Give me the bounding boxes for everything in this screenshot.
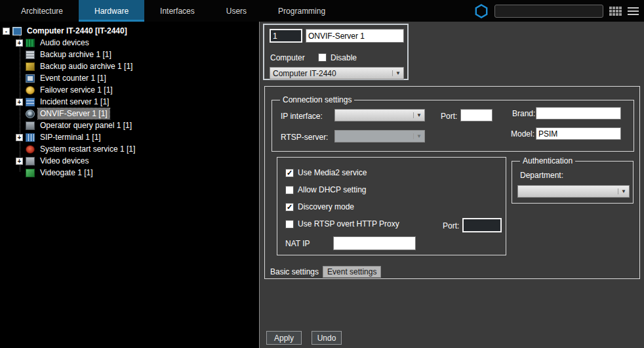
nat-ip-field[interactable] <box>333 236 416 250</box>
authentication-group: Authentication Department: ▼ <box>512 161 634 204</box>
event-counter-icon <box>26 74 35 83</box>
tree-item-video-devices[interactable]: + Video devices <box>0 155 259 167</box>
chevron-down-icon: ▼ <box>413 133 422 139</box>
tree-item-label: Audio devices <box>38 37 91 48</box>
apply-button[interactable]: Apply <box>266 331 302 345</box>
nav-tabs: ArchitectureHardwareInterfacesUsersProgr… <box>5 0 341 22</box>
nat-ip-label: NAT IP <box>285 239 310 248</box>
option-checkbox[interactable]: ✓ <box>285 203 294 211</box>
connection-settings-group: Connection settings IP interface: ▼ Port… <box>272 100 634 152</box>
tree-item-sip-terminal[interactable]: + SIP-terminal 1 [1] <box>0 131 259 143</box>
computer-label: Computer <box>270 53 305 62</box>
rtsp-server-select[interactable]: ▼ <box>334 130 425 142</box>
port-label: Port: <box>441 112 457 121</box>
option-checkbox[interactable] <box>285 220 294 228</box>
nav-tab-architecture[interactable]: Architecture <box>5 0 79 22</box>
proxy-port-field[interactable] <box>462 218 502 232</box>
nav-tab-users[interactable]: Users <box>211 0 262 22</box>
layout-grid-icon[interactable] <box>609 7 622 16</box>
ip-interface-select[interactable]: ▼ <box>334 109 425 121</box>
chevron-down-icon: ▼ <box>392 70 401 76</box>
settings-panel: Computer Disable Computer IT-2440 ▼ Conn… <box>259 22 644 348</box>
expand-toggle-icon[interactable]: + <box>16 134 23 141</box>
brand-field[interactable] <box>536 107 621 120</box>
tree-item-incident-server[interactable]: + Incident server 1 [1] <box>0 96 259 108</box>
port-field[interactable] <box>460 109 493 121</box>
disable-label: Disable <box>331 53 357 62</box>
chevron-down-icon: ▼ <box>413 112 422 118</box>
tree-item-computer[interactable]: - Computer IT-2440 [IT-2440] <box>0 25 259 37</box>
device-tree-children: + Audio devices Backup archive 1 [1] Bac… <box>0 37 259 179</box>
undo-button[interactable]: Undo <box>312 331 342 345</box>
object-name-field[interactable] <box>306 29 404 43</box>
tree-item-operator-query-panel[interactable]: Operator query panel 1 [1] <box>0 120 259 131</box>
tree-item-label: Event counter 1 [1] <box>38 73 108 83</box>
brand-label: Brand: <box>512 109 535 118</box>
option-label: Discovery mode <box>298 202 354 211</box>
tree-item-backup-archive[interactable]: Backup archive 1 [1] <box>0 49 259 60</box>
option-row: Allow DHCP setting <box>285 184 498 196</box>
disable-checkbox[interactable] <box>318 53 327 62</box>
expand-toggle-icon[interactable]: + <box>16 158 23 165</box>
proxy-port-label: Port: <box>443 221 459 230</box>
option-checkbox[interactable]: ✓ <box>285 169 294 177</box>
tab-event-settings[interactable]: Event settings <box>323 266 381 278</box>
expand-toggle-icon[interactable]: + <box>16 39 23 47</box>
tab-basic-settings[interactable]: Basic settings <box>266 266 323 277</box>
backup-archive-icon <box>26 51 35 59</box>
nav-tab-programming[interactable]: Programming <box>262 0 341 22</box>
object-id-field[interactable] <box>270 29 302 43</box>
option-checkbox[interactable] <box>285 186 294 194</box>
tree-item-failover-service[interactable]: Failover service 1 [1] <box>0 84 259 96</box>
incident-server-icon <box>26 98 35 106</box>
tree-item-backup-audio-archive[interactable]: Backup audio archive 1 [1] <box>0 60 259 72</box>
menu-icon[interactable] <box>628 7 639 15</box>
tree-item-audio-devices[interactable]: + Audio devices <box>0 37 259 49</box>
ip-interface-label: IP interface: <box>281 112 323 121</box>
computer-select[interactable]: Computer IT-2440 ▼ <box>270 67 404 79</box>
failover-service-icon <box>26 86 35 95</box>
topbar-right-cluster <box>474 0 644 22</box>
tree-item-label: Failover service 1 [1] <box>38 85 115 95</box>
tree-item-label: Video devices <box>38 156 91 166</box>
operator-query-panel-icon <box>26 121 35 130</box>
tree-item-onvif-server[interactable]: ONVIF-Server 1 [1] <box>0 108 259 120</box>
system-restart-service-icon <box>26 145 35 154</box>
authentication-title: Authentication <box>520 156 575 165</box>
audio-devices-icon <box>26 39 35 47</box>
chevron-down-icon: ▼ <box>618 188 626 194</box>
sip-terminal-icon <box>26 133 35 142</box>
tree-item-label: Backup audio archive 1 [1] <box>38 61 134 72</box>
identity-box: Computer Disable Computer IT-2440 ▼ <box>263 24 409 80</box>
tree-item-label: Videogate 1 [1] <box>38 167 95 178</box>
tree-item-system-restart-service[interactable]: System restart service 1 [1] <box>0 143 259 155</box>
nav-tab-hardware[interactable]: Hardware <box>79 0 144 22</box>
tree-item-event-counter[interactable]: Event counter 1 [1] <box>0 72 259 84</box>
tree-item-label: SIP-terminal 1 [1] <box>38 132 103 142</box>
tree-item-label: Operator query panel 1 [1] <box>38 120 134 131</box>
top-navigation-bar: ArchitectureHardwareInterfacesUsersProgr… <box>0 0 644 22</box>
collapse-toggle-icon[interactable]: - <box>3 28 10 35</box>
backup-audio-archive-icon <box>26 62 35 71</box>
tree-item-label: System restart service 1 [1] <box>38 144 137 154</box>
option-label: Use Media2 service <box>298 168 367 177</box>
search-input[interactable] <box>494 5 603 18</box>
tree-item-videogate[interactable]: Videogate 1 [1] <box>0 167 259 179</box>
page-tabs: Basic settingsEvent settings <box>266 266 381 278</box>
device-tree: - Computer IT-2440 [IT-2440] + Audio dev… <box>0 22 259 348</box>
option-label: Use RTSP overt HTTP Proxy <box>298 219 399 228</box>
hexagon-logo-icon <box>474 4 489 18</box>
department-select[interactable]: ▼ <box>517 185 630 198</box>
onvif-options-box: ✓ Use Media2 service Allow DHCP setting … <box>277 157 506 255</box>
model-label: Model: <box>511 129 534 139</box>
video-devices-icon <box>26 157 35 165</box>
option-label: Allow DHCP setting <box>298 185 366 194</box>
tree-item-label: Backup archive 1 [1] <box>38 49 113 60</box>
expand-toggle-icon[interactable]: + <box>16 98 23 106</box>
nav-tab-interfaces[interactable]: Interfaces <box>144 0 211 22</box>
tree-item-label: ONVIF-Server 1 [1] <box>38 108 110 119</box>
department-label: Department: <box>520 171 563 180</box>
model-field[interactable] <box>536 127 621 140</box>
computer-select-value: Computer IT-2440 <box>273 69 336 78</box>
rtsp-server-label: RTSP-server: <box>281 133 328 142</box>
